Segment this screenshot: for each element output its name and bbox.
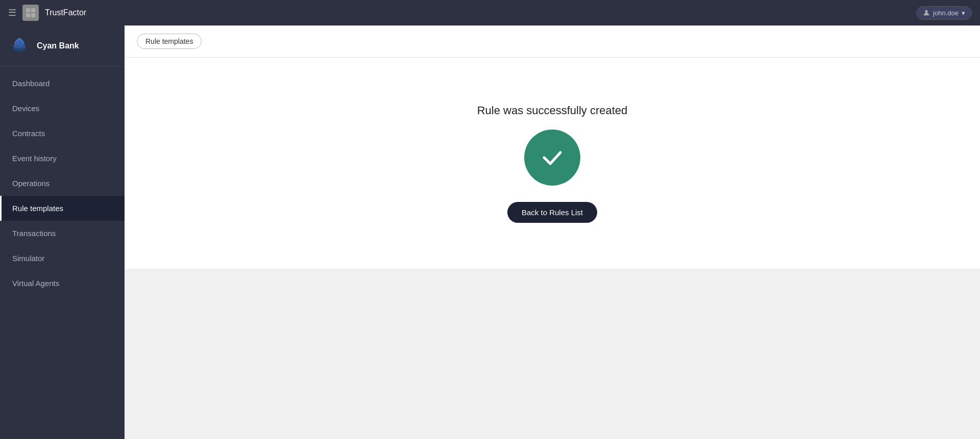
app-logo <box>22 5 39 21</box>
sidebar-item-transactions[interactable]: Transactions <box>0 221 125 246</box>
main-layout: Cyan Bank Dashboard Devices Contracts Ev… <box>0 25 980 439</box>
success-icon <box>524 130 580 186</box>
topbar-left: ☰ TrustFactor <box>8 5 86 21</box>
sidebar-item-simulator[interactable]: Simulator <box>0 246 125 271</box>
svg-point-5 <box>13 48 26 52</box>
hamburger-icon[interactable]: ☰ <box>8 7 16 18</box>
sidebar-item-devices[interactable]: Devices <box>0 96 125 121</box>
org-name: Cyan Bank <box>37 41 79 50</box>
success-message: Rule was successfully created <box>477 104 628 117</box>
main-content: Rule was successfully created Back to Ru… <box>125 58 980 269</box>
org-header: Cyan Bank <box>0 25 125 67</box>
bottom-gray-area <box>125 269 980 439</box>
breadcrumb-rule-templates[interactable]: Rule templates <box>137 34 202 49</box>
sidebar: Cyan Bank Dashboard Devices Contracts Ev… <box>0 25 125 439</box>
sidebar-item-rule-templates[interactable]: Rule templates <box>0 196 125 221</box>
user-label: john.doe <box>933 9 959 17</box>
user-menu[interactable]: john.doe ▾ <box>916 6 972 20</box>
sidebar-item-event-history[interactable]: Event history <box>0 146 125 171</box>
svg-rect-2 <box>26 13 30 17</box>
svg-rect-1 <box>31 8 35 12</box>
content-area: Rule templates Rule was successfully cre… <box>125 25 980 439</box>
back-to-rules-list-button[interactable]: Back to Rules List <box>507 202 597 223</box>
sidebar-item-virtual-agents[interactable]: Virtual Agents <box>0 271 125 296</box>
sidebar-item-dashboard[interactable]: Dashboard <box>0 71 125 96</box>
sidebar-nav: Dashboard Devices Contracts Event histor… <box>0 67 125 439</box>
svg-rect-0 <box>26 8 30 12</box>
svg-rect-3 <box>31 13 35 17</box>
sidebar-item-contracts[interactable]: Contracts <box>0 121 125 146</box>
topbar: ☰ TrustFactor john.doe ▾ <box>0 0 980 25</box>
sidebar-item-operations[interactable]: Operations <box>0 171 125 196</box>
breadcrumb-bar: Rule templates <box>125 25 980 58</box>
chevron-down-icon: ▾ <box>962 9 965 17</box>
checkmark-icon <box>538 143 567 172</box>
svg-point-4 <box>925 10 927 13</box>
app-title: TrustFactor <box>45 8 86 17</box>
org-logo <box>8 35 31 57</box>
